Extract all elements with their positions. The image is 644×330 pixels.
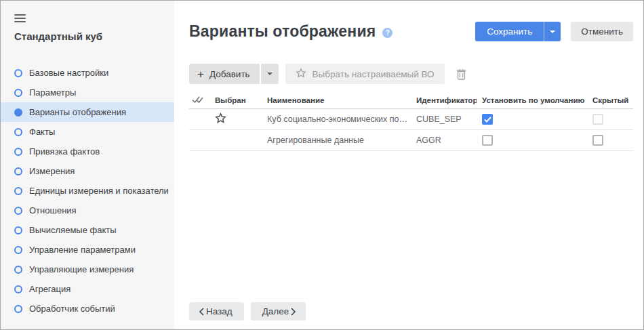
hidden-checkbox[interactable] (592, 135, 603, 146)
back-button-label: Назад (206, 306, 233, 316)
sidebar-item-label: Управление параметрами (29, 245, 136, 255)
header-actions: Сохранить Отменить (475, 22, 633, 41)
sidebar-item-parameters[interactable]: Параметры (1, 83, 174, 102)
step-circle-icon (14, 266, 22, 274)
double-check-icon (192, 96, 203, 104)
column-header-name[interactable]: Наименование (262, 96, 411, 104)
select-all-cell[interactable] (189, 96, 209, 105)
sidebar-item-label: Факты (29, 127, 55, 137)
sidebar-item-label: Варианты отображения (29, 107, 126, 117)
wizard-sidebar: Стандартный куб Базовые настройки Параме… (1, 1, 174, 329)
hidden-checkbox (592, 114, 603, 125)
toolbar: + Добавить Выбрать настраиваемый ВО (189, 64, 633, 84)
sidebar-item-label: Вычисляемые факты (29, 225, 117, 235)
chevron-left-icon (199, 308, 204, 316)
step-circle-icon (14, 207, 22, 215)
sidebar-item-calculated-facts[interactable]: Вычисляемые факты (1, 220, 174, 240)
sidebar-item-facts[interactable]: Факты (1, 122, 174, 142)
chevron-down-icon (550, 30, 555, 33)
step-circle-icon (14, 167, 22, 176)
star-icon (296, 68, 306, 81)
step-circle-icon (14, 285, 22, 293)
save-button[interactable]: Сохранить (475, 22, 544, 41)
sidebar-item-display-options[interactable]: Варианты отображения (1, 102, 174, 122)
page-title: Варианты отображения (189, 22, 376, 41)
row-hidden-cell (587, 114, 633, 125)
select-custom-vo-button[interactable]: Выбрать настраиваемый ВО (285, 64, 445, 84)
page-header: Варианты отображения ? Сохранить Отменит… (189, 22, 633, 41)
default-checkbox[interactable] (482, 135, 493, 146)
sidebar-item-basic-settings[interactable]: Базовые настройки (1, 63, 174, 83)
step-circle-icon (14, 108, 22, 117)
column-header-default[interactable]: Установить по умолчанию (477, 96, 587, 104)
wizard-footer-nav: Назад Далее (189, 302, 306, 321)
next-button-label: Далее (262, 306, 289, 316)
step-circle-icon (14, 246, 22, 254)
sidebar-item-relations[interactable]: Отношения (1, 201, 174, 220)
step-circle-icon (14, 89, 22, 97)
select-custom-vo-label: Выбрать настраиваемый ВО (313, 69, 435, 79)
cancel-button[interactable]: Отменить (571, 22, 633, 41)
trash-icon (456, 68, 466, 80)
menu-icon[interactable] (14, 14, 26, 22)
add-dropdown-button[interactable] (261, 64, 279, 84)
cube-title: Стандартный куб (14, 30, 174, 42)
step-circle-icon (14, 226, 22, 234)
chevron-down-icon (267, 73, 273, 75)
row-identifier: AGGR (411, 136, 477, 145)
sidebar-item-label: Отношения (29, 205, 77, 215)
sidebar-item-label: Единицы измерения и показатели (29, 186, 169, 196)
add-button-label: Добавить (209, 69, 250, 79)
back-button[interactable]: Назад (189, 302, 244, 321)
delete-button[interactable] (456, 68, 466, 80)
row-name: Агрегированные данные (262, 136, 411, 145)
sidebar-item-label: Параметры (29, 87, 76, 98)
step-circle-icon (14, 148, 22, 156)
app-window: Стандартный куб Базовые настройки Параме… (0, 0, 644, 330)
add-button[interactable]: + Добавить (189, 64, 260, 84)
sidebar-item-label: Базовые настройки (29, 68, 108, 78)
row-hidden-cell (587, 135, 633, 146)
step-circle-icon (14, 128, 22, 136)
column-header-hidden[interactable]: Скрытый (587, 96, 633, 104)
sidebar-item-dimensions[interactable]: Измерения (1, 161, 174, 181)
column-header-identifier[interactable]: Идентификатор (411, 96, 477, 104)
step-circle-icon (14, 187, 22, 195)
row-default-cell (477, 135, 587, 146)
sidebar-item-fact-binding[interactable]: Привязка фактов (1, 142, 174, 161)
sidebar-item-label: Привязка фактов (29, 146, 100, 157)
help-icon[interactable]: ? (382, 28, 393, 38)
step-circle-icon (14, 69, 22, 77)
table-row[interactable]: Куб социально-экономических показат... C… (189, 109, 633, 130)
main-panel: Варианты отображения ? Сохранить Отменит… (174, 1, 643, 329)
sidebar-item-aggregation[interactable]: Агрегация (1, 279, 174, 299)
next-button[interactable]: Далее (251, 302, 306, 321)
row-selected-cell (209, 112, 262, 127)
sidebar-item-units-indicators[interactable]: Единицы измерения и показатели (1, 181, 174, 201)
sidebar-item-parameter-management[interactable]: Управление параметрами (1, 240, 174, 260)
sidebar-item-label: Агрегация (29, 284, 71, 294)
row-name: Куб социально-экономических показат... (262, 115, 411, 124)
sidebar-item-control-dimensions[interactable]: Управляющие измерения (1, 260, 174, 279)
save-dropdown-button[interactable] (544, 22, 561, 41)
sidebar-item-label: Обработчик событий (29, 304, 115, 314)
table-header-row: Выбран Наименование Идентификатор Устано… (189, 91, 633, 109)
table-row[interactable]: Агрегированные данные AGGR (189, 130, 633, 151)
add-split-button: + Добавить (189, 64, 279, 84)
selected-star-icon[interactable] (215, 112, 226, 124)
chevron-right-icon (291, 308, 296, 316)
column-header-selected[interactable]: Выбран (209, 96, 262, 104)
default-checkbox[interactable] (482, 114, 493, 125)
wizard-steps: Базовые настройки Параметры Варианты ото… (1, 63, 174, 318)
save-split-button: Сохранить (475, 22, 561, 41)
row-default-cell (477, 114, 587, 125)
sidebar-item-label: Измерения (29, 166, 75, 176)
step-circle-icon (14, 305, 22, 313)
sidebar-item-event-handler[interactable]: Обработчик событий (1, 299, 174, 318)
sidebar-item-label: Управляющие измерения (29, 264, 134, 274)
row-identifier: CUBE_SEP (411, 115, 477, 124)
display-options-table: Выбран Наименование Идентификатор Устано… (189, 91, 633, 151)
plus-icon: + (197, 68, 204, 80)
